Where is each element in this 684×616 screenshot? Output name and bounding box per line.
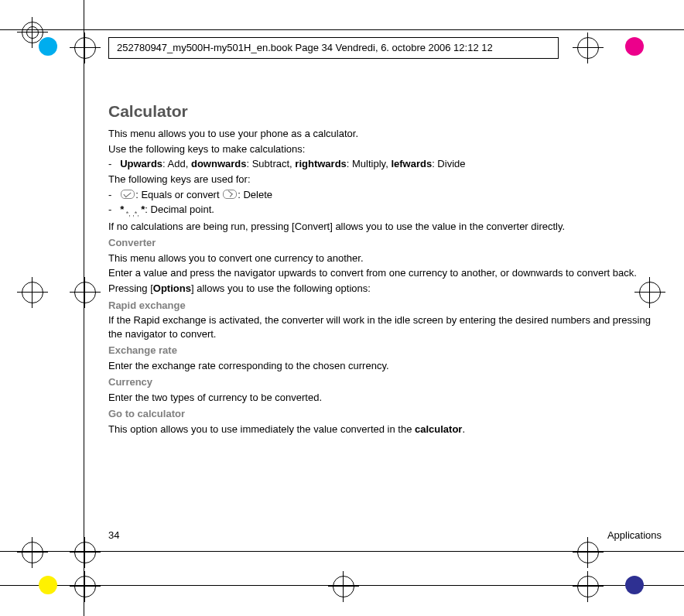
- page-number: 34: [108, 529, 119, 541]
- registration-mark: [70, 571, 101, 602]
- subsection-heading: Exchange rate: [108, 344, 662, 358]
- body-text: If no calculations are being run, pressi…: [108, 220, 662, 234]
- body-text: Enter the two types of currency to be co…: [108, 391, 662, 405]
- body-text: Pressing [Options] allows you to use the…: [108, 282, 662, 296]
- list-item: - : Equals or convert : Delete: [116, 188, 662, 202]
- color-swatch-blue: [625, 576, 644, 594]
- key-label: downwards: [191, 158, 247, 169]
- registration-mark: [70, 277, 101, 308]
- list-item: - * *, ,*, *: Decimal point.: [116, 203, 662, 218]
- subsection-heading: Rapid exchange: [108, 299, 662, 313]
- registration-mark: [17, 17, 48, 48]
- body-text: The following keys are used for:: [108, 173, 662, 187]
- color-swatch-yellow: [39, 576, 57, 594]
- section-name: Applications: [607, 529, 662, 541]
- body-text: This option allows you to use immediatel…: [108, 423, 662, 436]
- delete-key-icon: [223, 190, 237, 199]
- body-text: Enter the exchange rate corresponding to…: [108, 359, 662, 373]
- list-item: - Upwards: Add, downwards: Subtract, rig…: [116, 157, 662, 171]
- body-text: This menu allows you to use your phone a…: [108, 127, 662, 141]
- crop-line: [84, 0, 84, 616]
- registration-mark: [573, 537, 604, 568]
- page-footer: 34 Applications: [108, 529, 662, 541]
- crop-line: [0, 29, 684, 30]
- subsection-heading: Converter: [108, 236, 662, 250]
- page-content: Calculator This menu allows you to use y…: [108, 101, 662, 437]
- section-title: Calculator: [108, 101, 662, 122]
- body-text: Use the following keys to make calculati…: [108, 142, 662, 156]
- page-header-text: 252780947_my500H-my501H_en.book Page 34 …: [117, 42, 493, 53]
- body-text: Enter a value and press the navigator up…: [108, 266, 662, 280]
- registration-mark: [328, 571, 359, 602]
- registration-mark: [17, 537, 48, 568]
- registration-mark: [573, 33, 604, 63]
- key-label: rightwards: [295, 158, 346, 169]
- subscript-text: *, ,*,: [124, 210, 141, 217]
- key-label: lefwards: [391, 158, 432, 169]
- body-text: This menu allows you to convert one curr…: [108, 252, 662, 265]
- registration-mark: [573, 571, 604, 602]
- key-label: Upwards: [120, 158, 162, 169]
- registration-mark: [70, 537, 101, 568]
- registration-mark: [17, 277, 48, 308]
- body-text: If the Rapid exchange is activated, the …: [108, 313, 662, 341]
- page-header-box: 252780947_my500H-my501H_en.book Page 34 …: [108, 37, 559, 59]
- color-swatch-magenta: [625, 37, 644, 56]
- subsection-heading: Currency: [108, 375, 662, 389]
- registration-mark: [70, 33, 101, 63]
- subsection-heading: Go to calculator: [108, 407, 662, 421]
- ok-key-icon: [121, 190, 135, 199]
